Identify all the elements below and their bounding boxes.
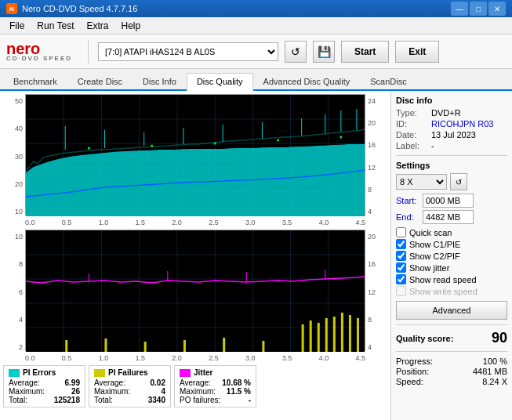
tab-create-disc[interactable]: Create Disc xyxy=(67,73,133,89)
top-chart-y-right-5: 8 xyxy=(368,186,387,194)
tab-disc-quality[interactable]: Disc Quality xyxy=(187,73,253,91)
bottom-chart-svg xyxy=(26,230,365,352)
disc-type-row: Type: DVD+R xyxy=(396,108,507,118)
disc-date-row: Date: 13 Jul 2023 xyxy=(396,130,507,139)
title-bar-left: N Nero CD-DVD Speed 4.7.7.16 xyxy=(6,3,137,14)
jitter-max-label: Maximum: xyxy=(180,387,216,396)
svg-rect-53 xyxy=(349,315,351,352)
top-chart-y-left-2: 40 xyxy=(3,125,23,132)
bottom-chart-y-right-4: 8 xyxy=(368,316,387,324)
tab-advanced-disc-quality[interactable]: Advanced Disc Quality xyxy=(253,73,361,89)
show-c2pif-label: Show C2/PIF xyxy=(409,252,460,261)
svg-rect-43 xyxy=(144,342,147,352)
disc-date-value: 13 Jul 2023 xyxy=(431,130,476,139)
top-chart-y-left-3: 30 xyxy=(3,153,23,161)
svg-rect-48 xyxy=(310,320,312,352)
svg-point-25 xyxy=(214,143,216,145)
end-input[interactable] xyxy=(423,210,474,224)
bottom-chart-y-left-5: 2 xyxy=(3,343,23,351)
start-input[interactable] xyxy=(423,194,474,208)
quick-scan-checkbox[interactable] xyxy=(396,227,406,237)
toolbar-separator xyxy=(88,40,89,63)
bottom-chart-y-left-3: 6 xyxy=(3,288,23,296)
tab-benchmark[interactable]: Benchmark xyxy=(3,73,67,89)
bottom-chart-x-axis: 0.00.51.01.52.02.53.03.54.04.5 xyxy=(3,354,387,362)
pi-failures-avg-val: 0.02 xyxy=(151,378,165,387)
bottom-chart-y-right-1: 20 xyxy=(368,233,387,241)
disc-label-value: - xyxy=(431,141,434,150)
progress-section: Progress: 100 % Position: 4481 MB Speed:… xyxy=(396,357,507,386)
jitter-color xyxy=(180,369,191,377)
disc-type-label: Type: xyxy=(396,108,431,118)
show-write-speed-checkbox[interactable] xyxy=(396,286,406,296)
exit-button[interactable]: Exit xyxy=(395,41,439,63)
speed-refresh-button[interactable]: ↺ xyxy=(450,173,467,190)
show-write-speed-label: Show write speed xyxy=(409,287,478,296)
divider-3 xyxy=(396,351,507,352)
start-label: Start: xyxy=(396,196,419,205)
svg-point-24 xyxy=(151,145,153,147)
title-bar: N Nero CD-DVD Speed 4.7.7.16 — □ ✕ xyxy=(0,0,512,17)
svg-point-27 xyxy=(340,136,342,139)
show-c1pie-checkbox[interactable] xyxy=(396,239,406,249)
quick-scan-row: Quick scan xyxy=(396,227,507,237)
menu-file[interactable]: File xyxy=(3,19,31,33)
po-failures-label: PO failures: xyxy=(180,396,220,404)
speed-select[interactable]: 8 X xyxy=(396,174,447,190)
advanced-button[interactable]: Advanced xyxy=(396,301,507,320)
show-write-speed-row: Show write speed xyxy=(396,286,507,296)
logo-nero: nero xyxy=(6,41,40,56)
pi-errors-total-label: Total: xyxy=(9,396,27,404)
svg-rect-41 xyxy=(65,340,67,352)
end-label: End: xyxy=(396,212,419,222)
bottom-chart-y-left-4: 4 xyxy=(3,316,23,324)
svg-rect-28 xyxy=(26,230,365,352)
disc-label-label: Label: xyxy=(396,141,431,150)
top-chart-y-right-1: 24 xyxy=(368,97,387,105)
pi-errors-label: PI Errors xyxy=(23,368,56,377)
tab-scandisc[interactable]: ScanDisc xyxy=(360,73,416,89)
tab-bar: Benchmark Create Disc Disc Info Disc Qua… xyxy=(0,69,512,91)
divider-2 xyxy=(396,324,507,325)
pi-failures-max-label: Maximum: xyxy=(94,387,130,396)
drive-select[interactable]: [7:0] ATAPI iHAS124 B AL0S xyxy=(98,42,278,61)
show-read-speed-checkbox[interactable] xyxy=(396,274,406,284)
svg-rect-51 xyxy=(333,317,336,352)
menu-run-test[interactable]: Run Test xyxy=(31,19,80,33)
save-button[interactable]: 💾 xyxy=(313,41,335,63)
top-chart-x-axis: 0.00.51.01.52.02.53.03.54.04.5 xyxy=(3,219,387,226)
divider-1 xyxy=(396,155,507,156)
menu-help[interactable]: Help xyxy=(115,19,147,33)
jitter-avg-val: 10.68 % xyxy=(222,378,251,387)
tab-disc-info[interactable]: Disc Info xyxy=(133,73,187,89)
maximize-button[interactable]: □ xyxy=(470,2,487,16)
jitter-avg-label: Average: xyxy=(180,378,211,387)
show-jitter-label: Show jitter xyxy=(409,263,449,273)
start-row: Start: xyxy=(396,194,507,208)
start-button[interactable]: Start xyxy=(341,41,389,63)
bottom-chart-wrap: 10 8 6 4 2 xyxy=(3,230,387,362)
show-c1pie-row: Show C1/PIE xyxy=(396,239,507,249)
pi-errors-total-val: 125218 xyxy=(54,396,80,404)
svg-point-23 xyxy=(88,147,90,150)
settings-title: Settings xyxy=(396,161,507,170)
top-chart-svg xyxy=(26,95,365,216)
pi-errors-max-label: Maximum: xyxy=(9,387,45,396)
menu-extra[interactable]: Extra xyxy=(80,19,114,33)
position-row: Position: 4481 MB xyxy=(396,367,507,376)
minimize-button[interactable]: — xyxy=(451,2,468,16)
quality-score-label: Quality score: xyxy=(396,334,453,343)
pi-failures-color xyxy=(94,369,105,377)
show-c1pie-label: Show C1/PIE xyxy=(409,240,460,249)
show-jitter-checkbox[interactable] xyxy=(396,262,406,273)
refresh-button[interactable]: ↺ xyxy=(285,41,307,63)
pi-errors-avg-val: 6.99 xyxy=(65,378,80,387)
pi-failures-avg-label: Average: xyxy=(94,378,125,387)
top-chart-y-right-2: 20 xyxy=(368,119,387,127)
show-c2pif-checkbox[interactable] xyxy=(396,251,406,261)
svg-rect-47 xyxy=(302,324,304,352)
close-button[interactable]: ✕ xyxy=(488,2,506,16)
show-jitter-row: Show jitter xyxy=(396,262,507,273)
legend-pi-errors: PI Errors Average: 6.99 Maximum: 26 Tota… xyxy=(3,365,85,407)
pi-errors-color xyxy=(9,369,20,377)
